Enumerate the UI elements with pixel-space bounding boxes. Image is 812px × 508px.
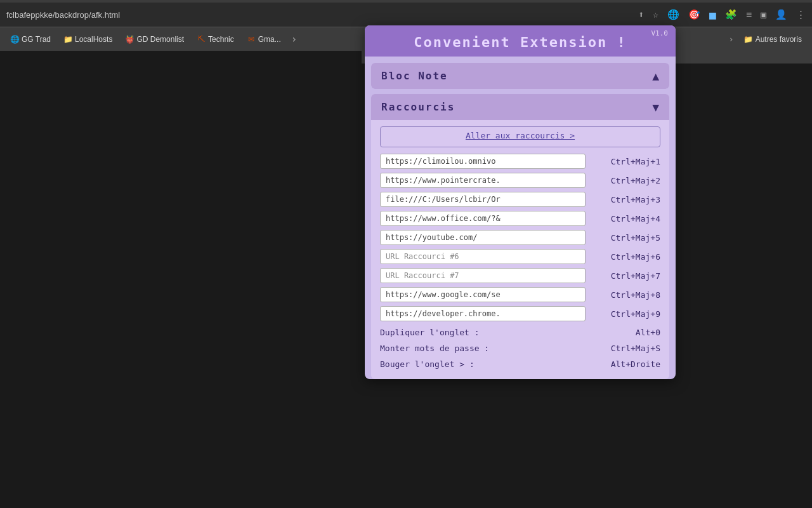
shortcut-key-9: Ctrl+Maj+9	[591, 309, 660, 319]
action-row-1: Dupliquer l'onglet : Alt+0	[380, 325, 660, 340]
bloc-note-title: Bloc Note	[381, 70, 448, 82]
action-label-3: Bouger l'onglet > :	[380, 359, 475, 369]
raccourcis-content: Aller aux raccourcis > Ctrl+Maj+1 Ctrl+M…	[371, 120, 669, 379]
shortcut-row-5: Ctrl+Maj+5	[380, 230, 660, 245]
shortcut-key-7: Ctrl+Maj+7	[591, 271, 660, 281]
action-label-2: Monter mots de passe :	[380, 344, 489, 353]
action-label-1: Dupliquer l'onglet :	[380, 328, 480, 337]
shortcut-input-2[interactable]	[380, 173, 586, 188]
separator: ›	[291, 33, 298, 45]
bloc-note-section: Bloc Note ▲	[371, 63, 669, 89]
action-key-1: Alt+0	[636, 328, 660, 337]
shortcut-row-7: Ctrl+Maj+7	[380, 268, 660, 283]
puzzle-icon[interactable]: 🧩	[725, 9, 737, 20]
ext-title: Convenient Extension !	[377, 34, 663, 50]
bookmark-label: GD Demonlist	[136, 35, 184, 44]
bookmark-gd-demonlist[interactable]: 👹 GD Demonlist	[120, 33, 189, 46]
shortcut-key-4: Ctrl+Maj+4	[591, 214, 660, 224]
shortcut-key-8: Ctrl+Maj+8	[591, 290, 660, 300]
sidebar-icon[interactable]: ▣	[761, 9, 766, 20]
raccourcis-title: Raccourcis	[381, 101, 455, 113]
shortcut-input-4[interactable]	[380, 211, 586, 226]
share-icon[interactable]: ⬆	[638, 9, 644, 20]
extension-popup: V1.0 Convenient Extension ! Bloc Note ▲ …	[365, 25, 676, 379]
gg-trad-icon: 🌐	[10, 35, 19, 44]
page-background	[0, 51, 362, 508]
shortcut-input-8[interactable]	[380, 287, 586, 302]
shortcut-key-6: Ctrl+Maj+6	[591, 252, 660, 262]
shortcut-row-2: Ctrl+Maj+2	[380, 173, 660, 188]
bloc-note-chevron: ▲	[652, 69, 659, 83]
shortcut-input-5[interactable]	[380, 230, 586, 245]
address-bar: fclbafeppkke/backdrop/afk.html ⬆ ☆ 🌐 🎯 ■…	[0, 3, 812, 27]
avatar-icon[interactable]: 👤	[775, 9, 787, 20]
ext-header: V1.0 Convenient Extension !	[365, 25, 676, 57]
action-key-3: Alt+Droite	[611, 359, 660, 369]
shortcut-row-4: Ctrl+Maj+4	[380, 211, 660, 226]
shortcut-input-6[interactable]	[380, 249, 586, 264]
shortcut-input-7[interactable]	[380, 268, 586, 283]
shortcut-key-2: Ctrl+Maj+2	[591, 176, 660, 185]
shortcut-input-9[interactable]	[380, 306, 586, 321]
bookmark-label: Technic	[208, 35, 234, 44]
raccourcis-header[interactable]: Raccourcis ▼	[371, 94, 669, 120]
bookmark-autres-favoris[interactable]: 📁 Autres favoris	[739, 33, 807, 46]
shortcut-row-6: Ctrl+Maj+6	[380, 249, 660, 264]
shortcut-row-1: Ctrl+Maj+1	[380, 154, 660, 169]
shortcut-row-9: Ctrl+Maj+9	[380, 306, 660, 321]
bookmark-label: Gma...	[258, 35, 281, 44]
radio-icon[interactable]: 🎯	[688, 9, 700, 20]
goto-raccourcis-link[interactable]: Aller aux raccourcis >	[380, 126, 660, 147]
localhosts-icon: 📁	[63, 35, 72, 44]
autres-favoris-icon: 📁	[744, 35, 753, 44]
star-icon[interactable]: ☆	[653, 9, 658, 20]
gmail-icon: ✉	[247, 35, 256, 44]
menu-icon[interactable]: ⋮	[796, 9, 806, 20]
raccourcis-section: Raccourcis ▼ Aller aux raccourcis > Ctrl…	[371, 94, 669, 379]
action-key-2: Ctrl+Maj+S	[611, 344, 660, 353]
ext-version: V1.0	[652, 29, 669, 37]
bloc-note-header[interactable]: Bloc Note ▲	[371, 63, 669, 89]
shortcut-key-5: Ctrl+Maj+5	[591, 233, 660, 243]
action-row-2: Monter mots de passe : Ctrl+Maj+S	[380, 341, 660, 356]
gd-icon: 👹	[125, 35, 134, 44]
address-text: fclbafeppkke/backdrop/afk.html	[6, 10, 631, 20]
bookmark-label: Autres favoris	[756, 35, 802, 44]
square-icon[interactable]: ■	[709, 8, 716, 22]
shortcut-row-3: Ctrl+Maj+3	[380, 192, 660, 207]
list-icon[interactable]: ≡	[746, 9, 752, 20]
action-row-3: Bouger l'onglet > : Alt+Droite	[380, 357, 660, 371]
shortcut-row-8: Ctrl+Maj+8	[380, 287, 660, 302]
bookmark-label: GG Trad	[22, 35, 51, 44]
chevron-right-icon: ›	[729, 34, 734, 44]
raccourcis-chevron: ▼	[652, 100, 659, 114]
bookmark-gg-trad[interactable]: 🌐 GG Trad	[5, 33, 56, 46]
shortcut-key-3: Ctrl+Maj+3	[591, 195, 660, 204]
bookmark-gmail[interactable]: ✉ Gma...	[242, 33, 286, 46]
globe-icon[interactable]: 🌐	[667, 9, 679, 20]
bookmark-localhosts[interactable]: 📁 LocalHosts	[58, 33, 117, 46]
bookmark-label: LocalHosts	[75, 35, 112, 44]
technic-icon: ⛏	[197, 35, 206, 44]
shortcut-key-1: Ctrl+Maj+1	[591, 157, 660, 166]
shortcut-input-1[interactable]	[380, 154, 586, 169]
browser-icons: ⬆ ☆ 🌐 🎯 ■ 🧩 ≡ ▣ 👤 ⋮	[638, 8, 806, 22]
shortcut-input-3[interactable]	[380, 192, 586, 207]
bookmark-technic[interactable]: ⛏ Technic	[192, 33, 239, 46]
